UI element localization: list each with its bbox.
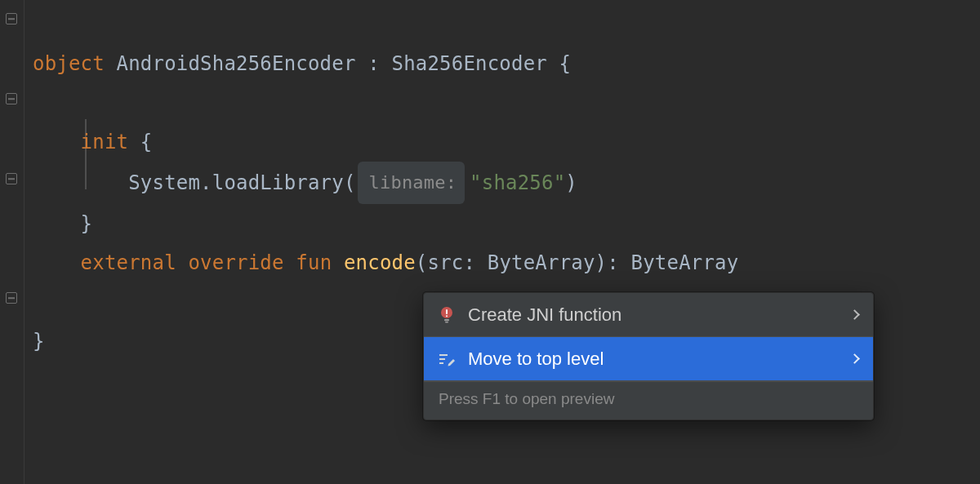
string-literal: "sha256"	[470, 171, 565, 194]
brace-open: {	[547, 52, 571, 75]
svg-rect-3	[444, 319, 449, 321]
intention-item-label: Create JNI function	[468, 304, 840, 326]
code-editor[interactable]: object AndroidSha256Encoder : Sha256Enco…	[0, 0, 980, 484]
supertype-name: Sha256Encoder	[392, 52, 547, 75]
fold-marker-icon[interactable]	[6, 173, 17, 184]
svg-rect-1	[446, 309, 448, 314]
keyword-external: external	[81, 251, 176, 274]
fold-marker-icon[interactable]	[6, 292, 17, 304]
intention-actions-popup[interactable]: Create JNI function Move to top level Pr…	[423, 292, 874, 420]
svg-rect-5	[439, 354, 448, 356]
punct-colon: :	[356, 52, 392, 75]
fold-marker-icon[interactable]	[6, 93, 17, 104]
keyword-init: init	[81, 131, 129, 153]
brace-close: }	[33, 330, 45, 353]
paren-close: )	[565, 171, 577, 194]
svg-rect-6	[439, 358, 445, 360]
function-signature: (src: ByteArray): ByteArray	[416, 251, 739, 274]
svg-rect-2	[446, 315, 448, 317]
bulb-error-icon	[437, 305, 457, 325]
intention-item-create-jni[interactable]: Create JNI function	[424, 293, 873, 337]
keyword-fun: fun	[296, 251, 332, 274]
function-name: encode	[344, 251, 416, 274]
class-name: AndroidSha256Encoder	[117, 52, 356, 75]
popup-hint-footer: Press F1 to open preview	[424, 381, 873, 420]
brace-close: }	[81, 212, 93, 235]
svg-rect-4	[445, 322, 448, 323]
call-expression: System.loadLibrary(	[128, 171, 355, 194]
svg-rect-7	[439, 362, 443, 364]
keyword-override: override	[188, 251, 283, 274]
intention-item-label: Move to top level	[468, 349, 840, 370]
edit-icon	[437, 349, 457, 369]
intention-item-move-top-level[interactable]: Move to top level	[424, 337, 873, 381]
keyword-object: object	[33, 52, 105, 75]
chevron-right-icon	[849, 353, 860, 364]
chevron-right-icon	[849, 309, 860, 320]
fold-marker-icon[interactable]	[6, 13, 17, 24]
editor-gutter	[0, 0, 24, 484]
parameter-hint: libname:	[358, 162, 466, 204]
brace-open: {	[128, 131, 152, 153]
